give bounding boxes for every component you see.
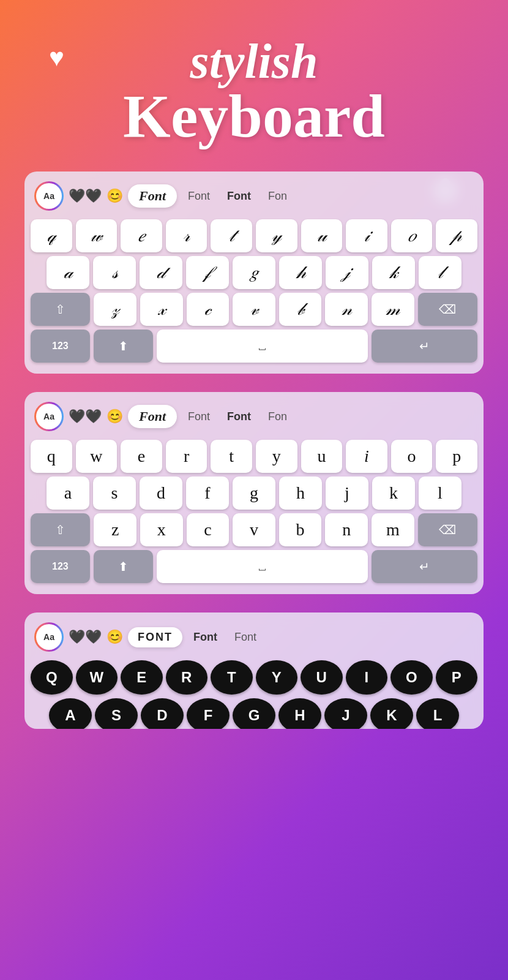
key-x-1[interactable]: 𝓍 (140, 293, 183, 326)
key-K-3[interactable]: K (370, 698, 413, 729)
key-k-2[interactable]: k (372, 477, 415, 510)
key-p-1[interactable]: 𝓅 (436, 219, 477, 252)
key-b-2[interactable]: b (279, 513, 322, 546)
space-key-1[interactable]: ⎵ (157, 330, 368, 363)
key-g-1[interactable]: 𝑔 (233, 256, 275, 289)
font-active-btn-1[interactable]: Font (128, 184, 177, 208)
aa-button-1[interactable]: Aa (34, 181, 64, 211)
font-clip-btn-1[interactable]: Fon (262, 187, 293, 205)
key-o-2[interactable]: o (391, 440, 433, 473)
enter-key-1[interactable]: ↵ (372, 330, 477, 363)
key-E-3[interactable]: E (121, 660, 163, 695)
key-S-3[interactable]: S (95, 698, 138, 729)
key-i-1[interactable]: 𝒾 (346, 219, 387, 252)
aa-button-2[interactable]: Aa (34, 402, 64, 431)
key-T-3[interactable]: T (211, 660, 253, 695)
key-t-2[interactable]: t (211, 440, 252, 473)
font-normal-btn-1[interactable]: Font (182, 187, 216, 205)
key-n-2[interactable]: n (325, 513, 368, 546)
key-i-2[interactable]: i (346, 440, 387, 473)
key-G-3[interactable]: G (233, 698, 275, 729)
numbers-key-1[interactable]: 123 (31, 330, 90, 363)
key-q-2[interactable]: q (31, 440, 72, 473)
key-s-2[interactable]: s (93, 477, 136, 510)
key-R-3[interactable]: R (166, 660, 208, 695)
key-q-1[interactable]: 𝓆 (31, 219, 72, 252)
key-j-1[interactable]: 𝒿 (326, 256, 368, 289)
key-l-2[interactable]: l (419, 477, 461, 510)
key-U-3[interactable]: U (301, 660, 343, 695)
key-c-1[interactable]: 𝒸 (187, 293, 230, 326)
key-P-3[interactable]: P (436, 660, 478, 695)
font-normal-btn-3[interactable]: Font (187, 628, 223, 646)
key-p-2[interactable]: p (436, 440, 477, 473)
key-v-2[interactable]: v (233, 513, 275, 546)
font-bold-btn-2[interactable]: Font (221, 408, 257, 426)
key-u-1[interactable]: 𝓊 (301, 219, 343, 252)
key-r-1[interactable]: 𝓇 (166, 219, 207, 252)
key-row-2-4: 123 ⬆ ⎵ ↵ (31, 550, 477, 583)
key-r-2[interactable]: r (166, 440, 207, 473)
space-key-2[interactable]: ⎵ (157, 550, 368, 583)
key-x-2[interactable]: x (140, 513, 183, 546)
numbers-key-2[interactable]: 123 (31, 550, 90, 583)
share-key-1[interactable]: ⬆ (94, 330, 153, 363)
key-y-1[interactable]: 𝓎 (256, 219, 297, 252)
enter-key-2[interactable]: ↵ (372, 550, 477, 583)
key-f-1[interactable]: 𝒻 (186, 256, 229, 289)
font-bold-btn-3[interactable]: Font (228, 628, 263, 646)
backspace-key-2[interactable]: ⌫ (418, 513, 477, 546)
key-w-1[interactable]: 𝓌 (76, 219, 118, 252)
key-d-2[interactable]: d (140, 477, 182, 510)
key-l-1[interactable]: 𝓁 (419, 256, 461, 289)
key-j-2[interactable]: j (326, 477, 368, 510)
backspace-key-1[interactable]: ⌫ (418, 293, 477, 326)
key-d-1[interactable]: 𝒹 (140, 256, 182, 289)
key-z-2[interactable]: z (94, 513, 136, 546)
font-circle-btn-3[interactable]: FONT (128, 627, 182, 647)
key-m-2[interactable]: m (372, 513, 414, 546)
shift-key-1[interactable]: ⇧ (31, 293, 90, 326)
key-I-3[interactable]: I (346, 660, 388, 695)
key-F-3[interactable]: F (187, 698, 230, 729)
key-c-2[interactable]: c (187, 513, 230, 546)
key-A-3[interactable]: A (49, 698, 92, 729)
key-k-1[interactable]: 𝓀 (372, 256, 415, 289)
key-H-3[interactable]: H (278, 698, 321, 729)
key-O-3[interactable]: O (390, 660, 433, 695)
key-e-2[interactable]: e (121, 440, 162, 473)
key-e-1[interactable]: 𝑒 (121, 219, 162, 252)
key-f-2[interactable]: f (186, 477, 229, 510)
keyboard-card-3: Aa 🖤🖤 😊 FONT Font Font Q W E R T Y U I O… (24, 612, 484, 729)
keyboard-card-1: Aa 🖤🖤 😊 Font Font Font Fon 𝓆 𝓌 𝑒 𝓇 𝓉 𝓎 𝓊… (24, 172, 484, 374)
key-W-3[interactable]: W (76, 660, 118, 695)
key-J-3[interactable]: J (324, 698, 367, 729)
aa-button-3[interactable]: Aa (34, 622, 64, 652)
key-n-1[interactable]: 𝓃 (325, 293, 368, 326)
key-u-2[interactable]: u (301, 440, 343, 473)
key-b-1[interactable]: 𝒷 (279, 293, 322, 326)
font-normal-btn-2[interactable]: Font (182, 408, 216, 426)
key-z-1[interactable]: 𝓏 (94, 293, 136, 326)
key-D-3[interactable]: D (141, 698, 184, 729)
key-y-2[interactable]: y (256, 440, 297, 473)
key-Y-3[interactable]: Y (256, 660, 298, 695)
key-h-2[interactable]: h (279, 477, 322, 510)
key-t-1[interactable]: 𝓉 (211, 219, 252, 252)
font-bold-btn-1[interactable]: Font (221, 187, 257, 205)
key-a-1[interactable]: 𝒶 (47, 256, 89, 289)
key-L-3[interactable]: L (416, 698, 459, 729)
key-a-2[interactable]: a (47, 477, 89, 510)
key-v-1[interactable]: 𝓋 (233, 293, 275, 326)
key-s-1[interactable]: 𝓈 (93, 256, 136, 289)
key-h-1[interactable]: 𝒽 (279, 256, 322, 289)
font-active-btn-2[interactable]: Font (128, 405, 177, 428)
font-clip-btn-2[interactable]: Fon (262, 408, 293, 426)
shift-key-2[interactable]: ⇧ (31, 513, 90, 546)
key-o-1[interactable]: 𝑜 (391, 219, 433, 252)
key-g-2[interactable]: g (233, 477, 275, 510)
key-Q-3[interactable]: Q (31, 660, 73, 695)
key-m-1[interactable]: 𝓂 (372, 293, 414, 326)
share-key-2[interactable]: ⬆ (94, 550, 153, 583)
key-w-2[interactable]: w (76, 440, 118, 473)
